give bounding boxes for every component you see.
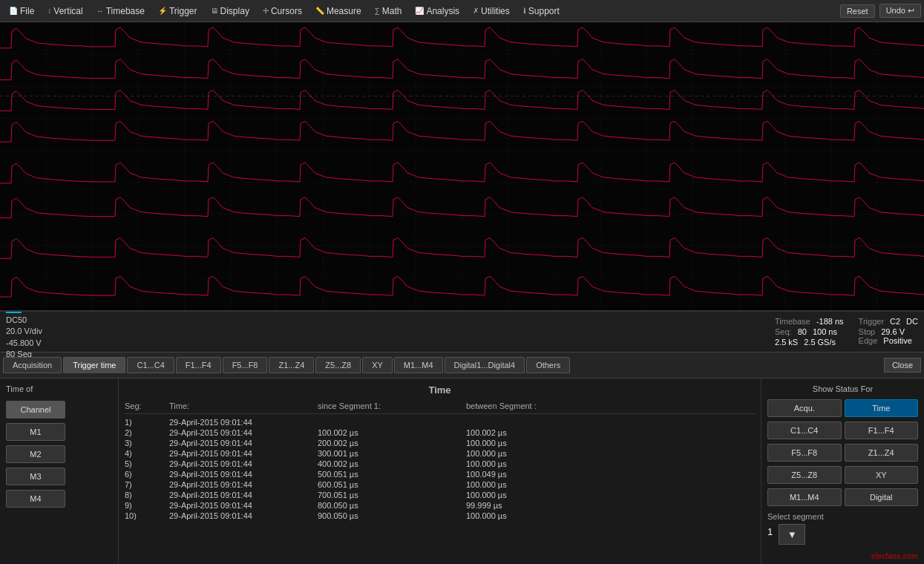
data-header: Seg: Time: since Segment 1: between Segm… — [125, 401, 755, 414]
row-between — [466, 418, 615, 427]
cursors-icon: ✛ — [263, 7, 269, 15]
timebase-group: Timebase -188 ns Seq: 80 100 ns 2.5 kS 2… — [775, 317, 844, 347]
table-row: 4) 29-April-2015 09:01:44 300.001 µs 100… — [125, 448, 755, 459]
tab-trigger-time[interactable]: Trigger time — [63, 357, 125, 373]
m4-button[interactable]: M4 — [6, 490, 65, 508]
m2-button[interactable]: M2 — [6, 445, 65, 463]
tab-acquisition[interactable]: Acquisition — [3, 357, 62, 373]
time-button[interactable]: Time — [845, 399, 919, 417]
row-between: 100.000 µs — [466, 459, 615, 468]
analysis-icon: 📈 — [415, 7, 424, 15]
tab-f1f4[interactable]: F1...F4 — [176, 357, 221, 373]
table-row: 1) 29-April-2015 09:01:44 — [125, 417, 755, 427]
c1c4-button[interactable]: C1...C4 — [767, 422, 842, 439]
tab-digital1-digital4[interactable]: Digital1...Digital4 — [445, 357, 525, 373]
menu-trigger-label: Trigger — [169, 6, 197, 16]
row-seg: 1) — [125, 418, 169, 427]
menu-support[interactable]: ℹ Support — [517, 4, 566, 18]
row-since: 800.050 µs — [318, 501, 466, 510]
menu-support-label: Support — [528, 6, 560, 16]
acqu-button[interactable]: Acqu. — [767, 399, 842, 417]
menu-measure[interactable]: 📏 Measure — [309, 4, 367, 18]
row-since: 900.050 µs — [318, 511, 466, 520]
right-panel: Show Status For Acqu. Time C1...C4 F1...… — [761, 378, 924, 564]
menu-file[interactable]: 📄 File — [3, 4, 40, 18]
table-row: 2) 29-April-2015 09:01:44 100.002 µs 100… — [125, 427, 755, 438]
display-icon: 🖥 — [211, 7, 218, 15]
menu-math[interactable]: ∑ Math — [369, 4, 408, 18]
tab-bar: Acquisition Trigger time C1...C4 F1...F4… — [0, 352, 924, 378]
ks-row: 2.5 kS 2.5 GS/s — [775, 338, 844, 347]
row-seg: 3) — [125, 439, 169, 447]
trigger-info: Trigger C2 DC Stop 29.6 V Edge Positive — [859, 317, 918, 347]
menu-items: 📄 File ↕ Vertical ↔ Timebase ⚡ Trigger 🖥… — [3, 4, 566, 18]
table-row: 8) 29-April-2015 09:01:44 700.051 µs 100… — [125, 490, 755, 500]
m3-button[interactable]: M3 — [6, 468, 65, 485]
menu-utilities[interactable]: ✗ Utilities — [467, 4, 516, 18]
row-seg: 4) — [125, 449, 169, 458]
row-time: 29-April-2015 09:01:44 — [169, 428, 318, 437]
menu-cursors[interactable]: ✛ Cursors — [257, 4, 308, 18]
row-time: 29-April-2015 09:01:44 — [169, 480, 318, 489]
row-time: 29-April-2015 09:01:44 — [169, 470, 318, 479]
menu-vertical[interactable]: ↕ Vertical — [42, 4, 88, 18]
f5f8-button[interactable]: F5...F8 — [767, 444, 842, 462]
trigger-v: 29.6 V — [881, 327, 905, 336]
tab-c1c4[interactable]: C1...C4 — [127, 357, 174, 373]
f1f4-button[interactable]: F1...F4 — [845, 422, 919, 439]
digital-button[interactable]: Digital — [845, 488, 919, 506]
menu-trigger[interactable]: ⚡ Trigger — [152, 4, 203, 18]
tab-others[interactable]: Others — [526, 357, 570, 373]
select-segment-val: 1 — [767, 526, 773, 537]
row-since: 600.051 µs — [318, 480, 466, 489]
row-since: 300.001 µs — [318, 449, 466, 458]
trigger-icon: ⚡ — [158, 7, 167, 15]
main-content: Time of Channel M1 M2 M3 M4 Time Seg: Ti… — [0, 378, 924, 564]
tab-z5z8[interactable]: Z5...Z8 — [315, 357, 361, 373]
menu-analysis[interactable]: 📈 Analysis — [409, 4, 465, 18]
table-row: 7) 29-April-2015 09:01:44 600.051 µs 100… — [125, 479, 755, 490]
z1z4-button[interactable]: Z1...Z4 — [845, 444, 919, 462]
menu-bar: 📄 File ↕ Vertical ↔ Timebase ⚡ Trigger 🖥… — [0, 0, 924, 22]
center-panel: Time Seg: Time: since Segment 1: between… — [119, 378, 761, 564]
menu-analysis-label: Analysis — [426, 6, 459, 16]
m1m4-button[interactable]: M1...M4 — [767, 488, 842, 506]
row-time: 29-April-2015 09:01:44 — [169, 439, 318, 447]
timebase-row: Timebase -188 ns — [775, 317, 844, 326]
m1-button[interactable]: M1 — [6, 423, 65, 441]
channel-info: C2 DC50 20.0 V/div -45.800 V 80 Seg — [6, 304, 42, 361]
col-since-label: since Segment 1: — [318, 401, 466, 410]
timebase-label: Timebase — [775, 317, 810, 326]
row-time: 29-April-2015 09:01:44 — [169, 491, 318, 499]
timebase-icon: ↔ — [96, 7, 104, 15]
segment-dropdown[interactable]: ▼ — [779, 524, 805, 545]
row-since: 100.002 µs — [318, 428, 466, 437]
channel-button[interactable]: Channel — [6, 401, 65, 419]
col-between-label: between Segment : — [466, 401, 615, 410]
reset-button[interactable]: Reset — [840, 4, 875, 18]
xy-button[interactable]: XY — [845, 466, 919, 484]
tab-f5f8[interactable]: F5...F8 — [223, 357, 268, 373]
waveform-svg — [0, 22, 924, 310]
close-button[interactable]: Close — [884, 358, 921, 373]
table-row: 5) 29-April-2015 09:01:44 400.002 µs 100… — [125, 459, 755, 469]
trigger-ch: C2 — [890, 317, 900, 326]
undo-button[interactable]: Undo ↩ — [879, 4, 921, 18]
tabs: Acquisition Trigger time C1...C4 F1...F4… — [3, 357, 570, 373]
support-icon: ℹ — [523, 7, 526, 15]
z5z8-button[interactable]: Z5...Z8 — [767, 466, 842, 484]
row-since: 400.002 µs — [318, 459, 466, 468]
menu-display[interactable]: 🖥 Display — [205, 4, 255, 18]
watermark: elecfans.com — [767, 552, 918, 560]
row-between: 100.002 µs — [466, 428, 615, 437]
trigger-header: Trigger C2 DC — [859, 317, 918, 326]
row-time: 29-April-2015 09:01:44 — [169, 501, 318, 510]
menu-timebase[interactable]: ↔ Timebase — [91, 4, 151, 18]
measure-icon: 📏 — [315, 7, 324, 15]
tab-m1m4[interactable]: M1...M4 — [394, 357, 443, 373]
right-btn-row-1: Acqu. Time — [767, 399, 918, 417]
row-between: 100.000 µs — [466, 511, 615, 520]
seq-val: 80 — [798, 327, 807, 336]
tab-z1z4[interactable]: Z1...Z4 — [269, 357, 314, 373]
tab-xy[interactable]: XY — [362, 357, 393, 373]
